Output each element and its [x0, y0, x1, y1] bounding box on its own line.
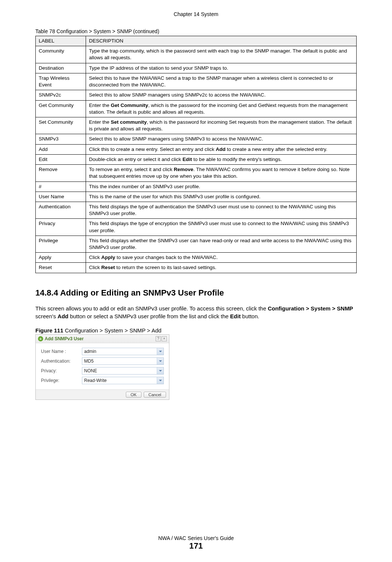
- form-row-privilege: Privilege: Read-Write: [41, 377, 164, 384]
- table-header-label: LABEL: [36, 36, 86, 46]
- body-text-f: Edit: [230, 313, 240, 319]
- body-text-a: This screen allows you to add or edit an…: [35, 305, 268, 312]
- close-icon[interactable]: ×: [162, 336, 167, 341]
- figure-caption: Figure 111 Configuration > System > SNMP…: [35, 327, 357, 334]
- dialog-body: User Name : admin Authentication: MD5 Pr…: [36, 343, 169, 389]
- table-cell-label: Set Community: [36, 117, 86, 134]
- table-row: AddClick this to create a new entry. Sel…: [36, 144, 357, 154]
- table-cell-label: Destination: [36, 63, 86, 73]
- dialog-title: + Add SNMPv3 User: [38, 336, 84, 341]
- table-cell-description: To remove an entry, select it and click …: [86, 165, 357, 181]
- table-cell-description: Click Apply to save your changes back to…: [86, 253, 357, 263]
- page-footer: NWA / WAC Series User's Guide 171: [0, 535, 392, 551]
- username-value: admin: [82, 349, 157, 354]
- form-row-authentication: Authentication: MD5: [41, 357, 164, 365]
- table-desc-part: Get Community: [111, 102, 149, 108]
- table-cell-label: SNMPv3: [36, 134, 86, 144]
- table-cell-description: This field displays whether the SNMPv3 u…: [86, 236, 357, 252]
- form-row-username: User Name : admin: [41, 348, 164, 355]
- config-table: LABEL DESCRIPTION CommunityType the trap…: [35, 36, 357, 273]
- table-cell-description: Enter the Set community, which is the pa…: [86, 117, 357, 134]
- chevron-down-icon[interactable]: [157, 358, 163, 364]
- table-cell-label: Community: [36, 46, 86, 63]
- table-cell-description: This field displays the type of encrypti…: [86, 219, 357, 236]
- add-icon: +: [38, 336, 43, 341]
- table-row: PrivacyThis field displays the type of e…: [36, 219, 357, 236]
- chevron-down-icon[interactable]: [157, 348, 163, 355]
- table-cell-description: This the index number of an SNMPv3 user …: [86, 181, 357, 192]
- table-cell-label: Authentication: [36, 202, 86, 218]
- table-desc-part: to create a new entry after the selected…: [226, 146, 328, 152]
- table-desc-part: Enter the: [89, 119, 111, 125]
- section-heading: 14.8.4 Adding or Editing an SNMPv3 User …: [35, 288, 357, 298]
- table-cell-description: This is the name of the user for which t…: [86, 192, 357, 202]
- privacy-dropdown[interactable]: NONE: [82, 367, 164, 375]
- table-row: ResetClick Reset to return the screen to…: [36, 263, 357, 273]
- table-desc-part: Edit: [182, 157, 192, 162]
- table-cell-description: Type the trap community, which is the pa…: [86, 46, 357, 63]
- table-row: CommunityType the trap community, which …: [36, 46, 357, 63]
- privacy-value: NONE: [82, 368, 157, 373]
- ok-button[interactable]: OK: [126, 392, 141, 398]
- table-desc-part: To remove an entry, select it and click: [89, 167, 174, 172]
- table-cell-description: Select this to allow SNMP managers using…: [86, 134, 357, 144]
- table-caption-text: Configuration > System > SNMP (continued…: [57, 28, 159, 34]
- table-cell-label: SNMPv2c: [36, 90, 86, 100]
- table-row: SNMPv3Select this to allow SNMP managers…: [36, 134, 357, 144]
- username-label: User Name :: [41, 349, 82, 354]
- table-desc-part: Set community: [111, 119, 147, 125]
- table-cell-label: Add: [36, 144, 86, 154]
- table-cell-label: Edit: [36, 154, 86, 164]
- privilege-dropdown[interactable]: Read-Write: [82, 377, 164, 384]
- add-snmpv3-user-dialog: + Add SNMPv3 User ? × User Name : admin …: [35, 334, 169, 400]
- table-desc-part: Click: [89, 265, 101, 270]
- table-row: SNMPv2cSelect this to allow SNMP manager…: [36, 90, 357, 100]
- help-icon[interactable]: ?: [156, 336, 161, 341]
- table-desc-part: Remove: [174, 167, 194, 172]
- table-cell-label: Reset: [36, 263, 86, 273]
- table-cell-description: Select this to allow SNMP managers using…: [86, 90, 357, 100]
- table-cell-description: Enter the Get Community, which is the pa…: [86, 100, 357, 117]
- table-cell-description: Click Reset to return the screen to its …: [86, 263, 357, 273]
- table-row: Set CommunityEnter the Set community, wh…: [36, 117, 357, 134]
- table-cell-description: Double-click an entry or select it and c…: [86, 154, 357, 164]
- table-cell-label: User Name: [36, 192, 86, 202]
- privacy-label: Privacy:: [41, 368, 82, 373]
- body-text-b: Configuration > System > SNMP: [268, 305, 353, 312]
- username-dropdown[interactable]: admin: [82, 348, 164, 355]
- authentication-dropdown[interactable]: MD5: [82, 357, 164, 365]
- body-text-d: Add: [58, 313, 68, 319]
- table-desc-part: to be able to modify the entry's setting…: [192, 157, 282, 162]
- table-cell-label: Get Community: [36, 100, 86, 117]
- footer-text: NWA / WAC Series User's Guide: [0, 535, 392, 541]
- table-row: Get CommunityEnter the Get Community, wh…: [36, 100, 357, 117]
- table-row: Trap Wireless EventSelect this to have t…: [36, 73, 357, 90]
- table-desc-part: to return the screen to its last-saved s…: [115, 265, 216, 270]
- page-number: 171: [0, 541, 392, 551]
- table-row: DestinationType the IP address of the st…: [36, 63, 357, 73]
- table-desc-part: Reset: [101, 265, 115, 270]
- authentication-label: Authentication:: [41, 359, 82, 364]
- table-cell-description: Select this to have the NWA/WAC send a t…: [86, 73, 357, 90]
- chapter-header: Chapter 14 System: [35, 11, 357, 17]
- table-cell-label: Trap Wireless Event: [36, 73, 86, 90]
- body-text-c: screen's: [35, 313, 58, 319]
- table-row: EditDouble-click an entry or select it a…: [36, 154, 357, 164]
- table-row: PrivilegeThis field displays whether the…: [36, 236, 357, 252]
- privilege-value: Read-Write: [82, 378, 157, 383]
- table-row: RemoveTo remove an entry, select it and …: [36, 165, 357, 181]
- table-desc-part: Click this to create a new entry. Select…: [89, 146, 216, 152]
- dialog-titlebar: + Add SNMPv3 User ? ×: [36, 335, 169, 343]
- figure-caption-text: Configuration > System > SNMP > Add: [65, 327, 161, 334]
- table-cell-label: Privilege: [36, 236, 86, 252]
- table-cell-description: Click this to create a new entry. Select…: [86, 144, 357, 154]
- figure-caption-prefix: Figure 111: [35, 327, 65, 334]
- chevron-down-icon[interactable]: [157, 367, 163, 374]
- table-caption-prefix: Table 78: [35, 28, 57, 34]
- chevron-down-icon[interactable]: [157, 377, 163, 384]
- table-desc-part: Click: [89, 255, 101, 260]
- authentication-value: MD5: [82, 359, 157, 364]
- table-cell-label: Privacy: [36, 219, 86, 236]
- cancel-button[interactable]: Cancel: [144, 392, 166, 398]
- table-desc-part: Double-click an entry or select it and c…: [89, 157, 182, 162]
